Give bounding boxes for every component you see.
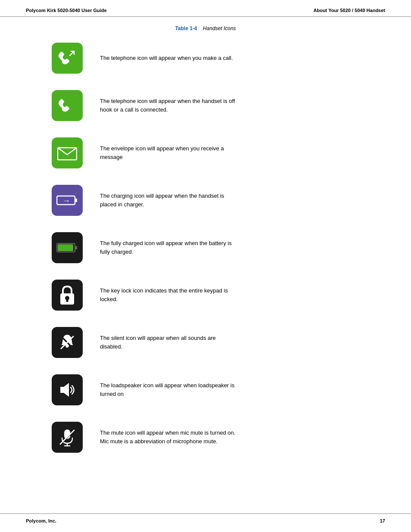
icon-row-key-lock: The key lock icon indicates that the ent… xyxy=(26,278,385,312)
silent-icon xyxy=(58,333,77,352)
icon-row-loadspeaker: The loadspeaker icon will appear when lo… xyxy=(26,373,385,407)
svg-rect-7 xyxy=(58,244,73,251)
mute-icon-box xyxy=(52,422,83,453)
envelope-icon-box xyxy=(52,137,83,168)
charging-icon-box: → xyxy=(52,185,83,216)
telephone-outgoing-desc: The telephone icon will appear when you … xyxy=(100,54,233,62)
table-title-italic: Handset Icons xyxy=(203,25,236,31)
silent-icon-box xyxy=(52,327,83,358)
page: Polycom Kirk 5020-5040 User Guide About … xyxy=(0,0,411,532)
header-right: About Your 5020 / 5040 Handset xyxy=(314,8,385,13)
key-lock-icon-box xyxy=(52,280,83,311)
svg-text:→: → xyxy=(62,196,70,205)
silent-desc: The silent icon will appear when all sou… xyxy=(100,334,238,351)
mute-desc: The mute icon will appear when mic mute … xyxy=(100,429,238,446)
envelope-icon xyxy=(57,145,77,161)
charging-icon: → xyxy=(56,194,78,206)
icon-row-charging: → The charging icon will appear when the… xyxy=(26,183,385,218)
loadspeaker-desc: The loadspeaker icon will appear when lo… xyxy=(100,381,238,398)
page-header: Polycom Kirk 5020-5040 User Guide About … xyxy=(0,0,411,17)
envelope-desc: The envelope icon will appear when you r… xyxy=(100,144,238,162)
header-left: Polycom Kirk 5020-5040 User Guide xyxy=(26,8,107,13)
svg-rect-10 xyxy=(66,299,68,302)
key-lock-desc: The key lock icon indicates that the ent… xyxy=(100,286,238,304)
key-lock-icon xyxy=(59,285,76,305)
fully-charged-desc: The fully charged icon will appear when … xyxy=(100,239,238,256)
mute-icon xyxy=(58,428,77,447)
telephone-outgoing-icon-box xyxy=(52,43,83,74)
charging-desc: The charging icon will appear when the h… xyxy=(100,192,238,209)
svg-line-0 xyxy=(70,51,74,56)
icon-row-fully-charged: The fully charged icon will appear when … xyxy=(26,230,385,265)
svg-marker-14 xyxy=(60,383,69,397)
icon-row-envelope: The envelope icon will appear when you r… xyxy=(26,136,385,170)
icon-row-telephone-outgoing: The telephone icon will appear when you … xyxy=(26,41,385,75)
fully-charged-icon-box xyxy=(52,232,83,263)
icon-row-mute: The mute icon will appear when mic mute … xyxy=(26,420,385,454)
icon-row-silent: The silent icon will appear when all sou… xyxy=(26,325,385,360)
footer-left: Polycom, Inc. xyxy=(26,518,56,523)
page-footer: Polycom, Inc. 17 xyxy=(0,513,411,523)
svg-rect-6 xyxy=(75,246,77,249)
telephone-outgoing-icon xyxy=(58,49,77,68)
icon-row-telephone-connected: The telephone icon will appear when the … xyxy=(26,88,385,123)
content: Table 1-4 Handset Icons The telephone ic… xyxy=(0,17,411,485)
fully-charged-icon xyxy=(56,242,78,254)
table-title: Table 1-4 Handset Icons xyxy=(26,25,385,31)
telephone-connected-icon-box xyxy=(52,90,83,121)
telephone-connected-icon xyxy=(58,96,77,115)
telephone-connected-desc: The telephone icon will appear when the … xyxy=(100,97,238,114)
footer-right: 17 xyxy=(380,518,385,523)
loadspeaker-icon-box xyxy=(52,374,83,405)
loadspeaker-icon xyxy=(58,380,77,399)
svg-rect-3 xyxy=(75,199,77,202)
table-title-bold: Table 1-4 xyxy=(175,25,197,31)
